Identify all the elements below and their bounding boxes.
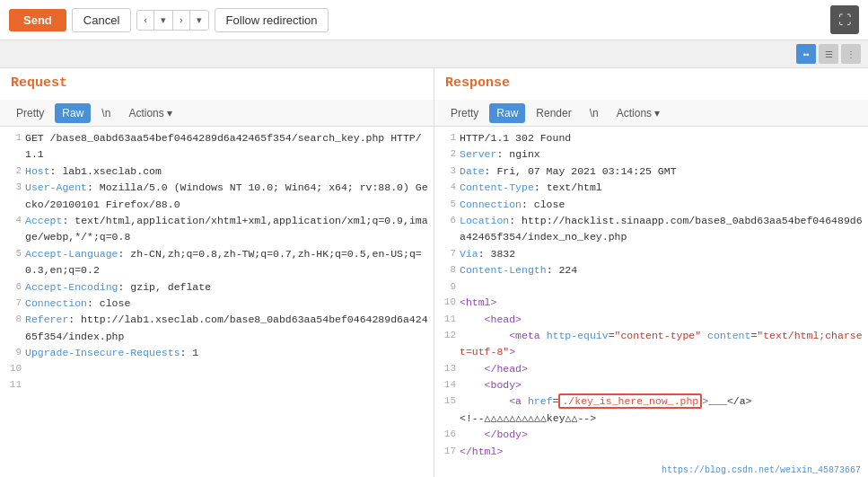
table-row: 11 <head>	[440, 312, 863, 328]
line-number: 4	[5, 213, 22, 246]
response-tab-raw[interactable]: Raw	[489, 103, 525, 123]
fullscreen-icon: ⛶	[838, 13, 851, 27]
line-content: <html>	[460, 295, 863, 311]
table-row: 15 <a href=./key_is_here_now_.php>___</a…	[440, 393, 863, 410]
table-row: 11	[5, 377, 428, 393]
line-number: 8	[5, 312, 22, 345]
table-row: 3 Date: Fri, 07 May 2021 03:14:25 GMT	[440, 163, 863, 180]
arrow-right-button[interactable]: ›	[173, 11, 190, 30]
line-number: 3	[5, 180, 22, 213]
table-row: 10	[5, 361, 428, 377]
response-title: Response	[445, 75, 857, 91]
main-area: Request Pretty Raw \n Actions ▾ 1 GET /b…	[0, 68, 868, 477]
cancel-button[interactable]: Cancel	[72, 8, 131, 32]
line-content: <meta http-equiv="content-type" content=…	[460, 328, 863, 361]
response-actions-chevron: ▾	[654, 107, 660, 119]
table-row: 8 Referer: http://lab1.xseclab.com/base8…	[5, 312, 428, 345]
response-tab-pretty[interactable]: Pretty	[443, 103, 486, 123]
table-row: 7 Via: 3832	[440, 246, 863, 262]
line-content: Accept-Language: zh-CN,zh;q=0.8,zh-TW;q=…	[25, 246, 428, 279]
line-number: 17	[440, 444, 456, 460]
line-number: 2	[5, 163, 22, 180]
line-content: <!--△△△△△△△△△△key△△-->	[460, 411, 863, 427]
line-content: </head>	[460, 361, 863, 377]
table-row: 17 </html>	[440, 444, 863, 460]
line-content: Via: 3832	[460, 246, 863, 262]
table-row: 4 Content-Type: text/html	[440, 180, 863, 196]
arrow-dropdown-button[interactable]: ▾	[154, 11, 173, 30]
table-row: 6 Accept-Encoding: gzip, deflate	[5, 279, 428, 296]
request-actions-button[interactable]: Actions ▾	[121, 103, 179, 123]
line-number: 13	[440, 361, 456, 377]
table-row: 12 <meta http-equiv="content-type" conte…	[440, 328, 863, 361]
line-content	[25, 361, 428, 377]
split-layout-button[interactable]: ▪▪	[796, 44, 816, 64]
vertical-layout-button[interactable]: ⋮	[841, 44, 861, 64]
request-tab-pretty[interactable]: Pretty	[9, 103, 51, 123]
line-content: Location: http://hacklist.sinaapp.com/ba…	[460, 213, 863, 246]
line-content: Content-Length: 224	[460, 262, 863, 278]
line-content: Connection: close	[460, 197, 863, 213]
arrow-right-dropdown-button[interactable]: ▾	[190, 11, 208, 30]
line-number: 9	[440, 279, 456, 296]
line-number: 10	[5, 361, 22, 377]
table-row: 1 GET /base8_0abd63aa54bef0464289d6a4246…	[5, 130, 428, 163]
line-content: </html>	[460, 444, 863, 460]
request-panel: Request Pretty Raw \n Actions ▾ 1 GET /b…	[0, 68, 434, 477]
line-number: 8	[440, 262, 456, 278]
line-content: Content-Type: text/html	[460, 180, 863, 196]
line-number: 1	[440, 130, 456, 146]
line-content: </body>	[460, 427, 863, 443]
line-number: 7	[5, 296, 22, 312]
line-number: 5	[5, 246, 22, 279]
request-tab-bar: Pretty Raw \n Actions ▾	[0, 100, 434, 127]
request-title: Request	[11, 75, 423, 91]
line-content: Date: Fri, 07 May 2021 03:14:25 GMT	[460, 163, 863, 180]
table-row: 10 <html>	[440, 295, 863, 311]
status-link: https://blog.csdn.net/weixin_45873667	[662, 465, 861, 475]
table-row: 9 Upgrade-Insecure-Requests: 1	[5, 345, 428, 361]
horizontal-layout-button[interactable]: ☰	[819, 44, 838, 64]
table-row: 2 Host: lab1.xseclab.com	[5, 163, 428, 180]
response-tab-render[interactable]: Render	[529, 103, 578, 123]
nav-arrows: ‹ ▾ › ▾	[136, 10, 208, 31]
line-content: Accept-Encoding: gzip, deflate	[25, 279, 428, 296]
line-content	[460, 279, 863, 296]
layout-icons-bar: ▪▪ ☰ ⋮	[0, 40, 868, 68]
response-tab-newline[interactable]: \n	[583, 103, 606, 123]
key-link-boxed: ./key_is_here_now_.php	[558, 393, 702, 409]
line-content: Upgrade-Insecure-Requests: 1	[25, 345, 428, 361]
line-number: 6	[5, 279, 22, 296]
line-content: HTTP/1.1 302 Found	[460, 130, 863, 146]
table-row: 5 Accept-Language: zh-CN,zh;q=0.8,zh-TW;…	[5, 246, 428, 279]
line-number: 11	[5, 377, 22, 393]
request-tab-raw[interactable]: Raw	[55, 103, 91, 123]
response-actions-label: Actions	[617, 107, 652, 119]
table-row: 14 <body>	[440, 377, 863, 393]
response-actions-button[interactable]: Actions ▾	[609, 103, 667, 123]
line-content: <head>	[460, 312, 863, 328]
table-row: 13 </head>	[440, 361, 863, 377]
request-actions-label: Actions	[128, 107, 163, 119]
arrow-left-button[interactable]: ‹	[137, 11, 154, 30]
line-number: 1	[5, 130, 22, 163]
line-number: 7	[440, 246, 456, 262]
status-bar: https://blog.csdn.net/weixin_45873667	[654, 464, 868, 477]
request-tab-newline[interactable]: \n	[94, 103, 118, 123]
line-number: 9	[5, 345, 22, 361]
fullscreen-button[interactable]: ⛶	[830, 5, 859, 34]
request-content: 1 GET /base8_0abd63aa54bef0464289d6a4246…	[0, 127, 434, 477]
line-number: 15	[440, 393, 456, 410]
line-number: 3	[440, 163, 456, 180]
response-panel: Response Pretty Raw Render \n Actions ▾ …	[434, 68, 868, 477]
line-content: Host: lab1.xseclab.com	[25, 163, 428, 180]
line-number: 12	[440, 328, 456, 361]
line-content: <body>	[460, 377, 863, 393]
line-content: User-Agent: Mozilla/5.0 (Windows NT 10.0…	[25, 180, 428, 213]
line-content: <a href=./key_is_here_now_.php>___</a>	[460, 393, 863, 410]
line-content: Server: nginx	[460, 146, 863, 163]
line-content: Accept: text/html,application/xhtml+xml,…	[25, 213, 428, 246]
line-number: 11	[440, 312, 456, 328]
send-button[interactable]: Send	[9, 9, 66, 31]
follow-redirection-button[interactable]: Follow redirection	[215, 8, 329, 32]
